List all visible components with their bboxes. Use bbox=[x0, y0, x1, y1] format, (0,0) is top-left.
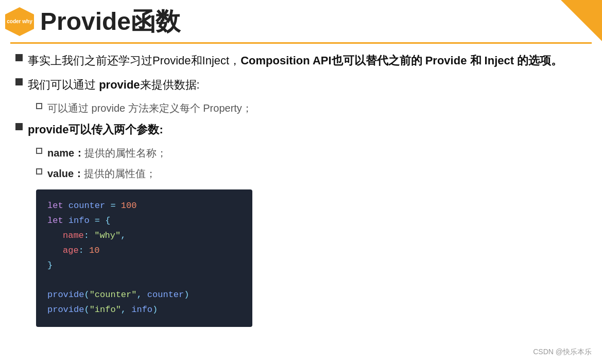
sub-bullet-square-3-1 bbox=[36, 148, 42, 154]
bullet-item-3: provide可以传入两个参数: bbox=[15, 121, 587, 138]
code-line-5: } bbox=[47, 258, 241, 273]
sub-bullet-text-2-1: 可以通过 provide 方法来定义每个 Property； bbox=[47, 100, 252, 116]
bullet-item-1: 事实上我们之前还学习过Provide和Inject，Composition AP… bbox=[15, 52, 587, 69]
code-line-blank bbox=[47, 273, 241, 288]
header-divider bbox=[10, 42, 592, 44]
code-line-4: age: 10 bbox=[47, 244, 241, 258]
bullet-square-1 bbox=[15, 54, 23, 61]
page-title: Provide函数 bbox=[40, 5, 180, 38]
bullet-text-1: 事实上我们之前还学习过Provide和Inject，Composition AP… bbox=[28, 52, 562, 69]
logo: coder why bbox=[5, 7, 34, 36]
sub-section-2: 可以通过 provide 方法来定义每个 Property； bbox=[36, 100, 587, 116]
sub-bullet-2-1: 可以通过 provide 方法来定义每个 Property； bbox=[36, 100, 587, 116]
code-line-7: provide("info", info) bbox=[47, 303, 241, 318]
sub-bullet-3-2: value：提供的属性值； bbox=[36, 166, 587, 181]
watermark: CSDN @快乐本乐 bbox=[533, 348, 592, 357]
sub-bullet-3-1: name：提供的属性名称； bbox=[36, 145, 587, 161]
sub-section-3: name：提供的属性名称； value：提供的属性值； bbox=[36, 145, 587, 181]
code-line-6: provide("counter", counter) bbox=[47, 288, 241, 303]
bullet-text-3: provide可以传入两个参数: bbox=[28, 121, 163, 138]
sub-bullet-square-2-1 bbox=[36, 103, 42, 109]
code-line-3: name: "why", bbox=[47, 229, 241, 244]
sub-bullet-text-3-1: name：提供的属性名称； bbox=[47, 145, 167, 161]
bullet-item-2: 我们可以通过 provide来提供数据: bbox=[15, 76, 587, 93]
bullet-text-2: 我们可以通过 provide来提供数据: bbox=[28, 76, 200, 93]
decorative-triangle bbox=[561, 0, 602, 41]
main-content: 事实上我们之前还学习过Provide和Inject，Composition AP… bbox=[0, 52, 602, 327]
code-line-1: let counter = 100 bbox=[47, 199, 241, 214]
bullet-square-2 bbox=[15, 78, 23, 85]
sub-bullet-text-3-2: value：提供的属性值； bbox=[47, 166, 156, 181]
sub-bullet-square-3-2 bbox=[36, 168, 42, 175]
logo-text: coder why bbox=[7, 19, 32, 25]
code-line-2: let info = { bbox=[47, 214, 241, 229]
code-block: let counter = 100 let info = { name: "wh… bbox=[36, 189, 252, 327]
header: coder why Provide函数 bbox=[0, 0, 602, 38]
bullet-square-3 bbox=[15, 123, 23, 130]
